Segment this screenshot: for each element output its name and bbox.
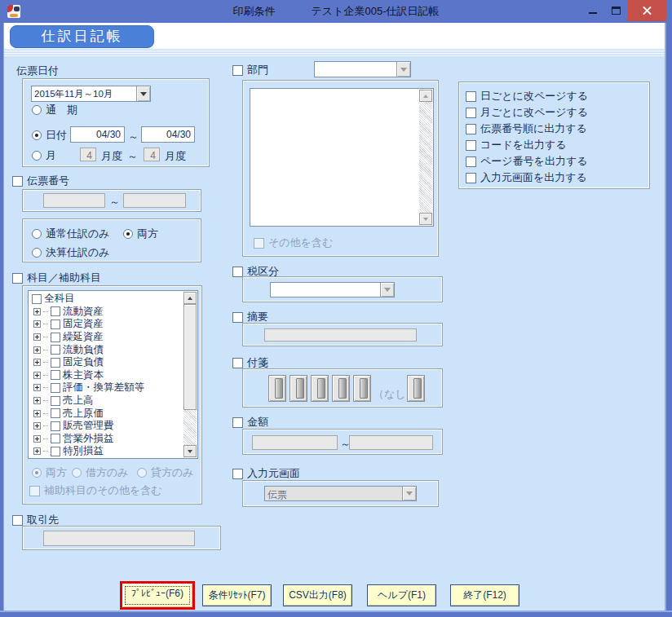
tree-expand-icon[interactable]	[33, 397, 41, 404]
tax-class-checkbox[interactable]	[232, 267, 243, 277]
slip-number-tilde: ～	[109, 195, 120, 209]
tree-item-checkbox[interactable]	[51, 434, 60, 443]
close-button[interactable]	[627, 0, 666, 21]
radio-month[interactable]	[32, 151, 42, 161]
tree-connector	[43, 375, 48, 376]
chevron-down-icon	[400, 68, 407, 72]
tag-group: （なし）	[242, 368, 443, 408]
tree-expand-icon[interactable]	[33, 346, 41, 354]
accounts-checkbox[interactable]	[12, 273, 23, 284]
tree-expand-icon[interactable]	[33, 384, 41, 391]
partner-checkbox[interactable]	[12, 515, 23, 526]
fiscal-period-combobox[interactable]: 2015年11月～10月	[31, 86, 151, 102]
tree-item-label: 売上高	[63, 394, 94, 408]
include-sub-other-label: 補助科目のその他を含む	[44, 483, 162, 498]
radio-closing-journal-only[interactable]	[32, 248, 42, 258]
scroll-track	[419, 102, 432, 213]
tree-item[interactable]: 流動負債	[29, 343, 183, 356]
month-tilde: ～	[127, 149, 138, 164]
date-tilde: ～	[128, 130, 139, 144]
tag-icon	[338, 378, 347, 399]
scroll-thumb[interactable]	[183, 304, 197, 410]
output-option-label: コードを出力する	[480, 138, 567, 152]
tree-item-label: 固定資産	[63, 317, 104, 331]
tree-item-checkbox[interactable]	[51, 306, 60, 316]
tree-item-checkbox[interactable]	[32, 294, 42, 304]
tree-expand-icon[interactable]	[33, 333, 41, 341]
accounts-tree-scrollbar[interactable]	[183, 292, 197, 457]
output-option-checkbox[interactable]	[466, 108, 476, 118]
accounts-tree[interactable]: 全科目 流動資産 固定資産 繰延資産	[28, 290, 198, 459]
tag-icon	[275, 378, 283, 399]
date-to-field[interactable]: 04/30	[141, 126, 195, 143]
scroll-up-button[interactable]	[183, 292, 197, 304]
tree-item[interactable]: 特別損益	[29, 445, 183, 457]
include-sub-other-checkbox	[29, 486, 40, 496]
tree-item-checkbox[interactable]	[51, 396, 60, 406]
tree-item[interactable]: 売上原価	[29, 407, 183, 420]
radio-closing-journal-label: 決算仕訳のみ	[46, 245, 110, 260]
tree-expand-icon[interactable]	[33, 422, 41, 430]
tree-expand-icon[interactable]	[33, 410, 41, 417]
output-option-label: ページ番号を出力する	[480, 154, 588, 169]
reset-conditions-button[interactable]: 条件ﾘｾｯﾄ(F7)	[202, 584, 272, 606]
chevron-down-icon	[384, 288, 391, 292]
tree-item-checkbox[interactable]	[51, 333, 60, 342]
slip-number-group: ～	[22, 189, 201, 212]
output-option-checkbox[interactable]	[466, 140, 476, 151]
tree-item-checkbox[interactable]	[51, 421, 60, 431]
date-from-field[interactable]: 04/30	[70, 126, 125, 143]
tree-item-checkbox[interactable]	[51, 370, 60, 380]
slip-number-checkbox[interactable]	[12, 176, 23, 187]
radio-both-journal[interactable]	[123, 229, 133, 239]
tree-item-checkbox[interactable]	[51, 408, 60, 418]
maximize-button[interactable]	[604, 0, 627, 21]
tree-item-checkbox[interactable]	[51, 383, 60, 393]
tag-checkbox[interactable]	[232, 358, 243, 368]
output-option-checkbox[interactable]	[466, 124, 476, 134]
tree-connector	[43, 451, 48, 452]
summary-checkbox[interactable]	[232, 312, 243, 323]
scroll-down-button[interactable]	[183, 445, 197, 457]
tree-item-checkbox[interactable]	[51, 447, 60, 456]
tree-item[interactable]: 固定負債	[29, 356, 183, 369]
radio-date[interactable]	[32, 130, 42, 140]
tag-icon	[413, 378, 422, 399]
output-option-label: 月ごとに改ページする	[480, 105, 588, 120]
tree-expand-icon[interactable]	[33, 359, 41, 366]
accounts-label: 科目／補助科目	[27, 271, 101, 285]
tree-item[interactable]: 繰延資産	[29, 331, 183, 344]
tree-item[interactable]: 営業外損益	[29, 433, 183, 446]
output-option-checkbox[interactable]	[466, 91, 476, 102]
output-option-checkbox[interactable]	[466, 156, 476, 167]
tree-item[interactable]: 全科目	[29, 293, 183, 306]
output-option-checkbox[interactable]	[466, 173, 476, 183]
tax-class-combobox	[270, 282, 395, 297]
fiscal-period-dropdown-button[interactable]	[136, 86, 150, 101]
input-source-checkbox[interactable]	[232, 469, 243, 479]
tree-item-checkbox[interactable]	[51, 345, 60, 355]
tree-item[interactable]: 流動資産	[29, 306, 183, 319]
preview-button[interactable]: ﾌﾟﾚﾋﾞｭｰ(F6)	[122, 584, 192, 607]
csv-export-button[interactable]: CSV出力(F8)	[283, 584, 352, 606]
tree-item-checkbox[interactable]	[51, 320, 60, 329]
tree-item-checkbox[interactable]	[51, 358, 60, 368]
tree-expand-icon[interactable]	[33, 435, 41, 443]
radio-normal-journal-only[interactable]	[32, 229, 42, 239]
tree-item[interactable]: 売上高	[29, 394, 183, 408]
arrow-up-icon	[188, 297, 192, 300]
tree-expand-icon[interactable]	[33, 372, 41, 379]
tree-expand-icon[interactable]	[33, 308, 41, 315]
amount-checkbox[interactable]	[232, 417, 243, 428]
radio-full-period[interactable]	[32, 105, 42, 115]
minimize-button[interactable]	[581, 0, 604, 21]
department-checkbox[interactable]	[232, 65, 243, 76]
tree-expand-icon[interactable]	[33, 320, 41, 328]
tree-item[interactable]: 評価・換算差額等	[29, 381, 183, 394]
tree-item[interactable]: 株主資本	[29, 369, 183, 382]
tree-item[interactable]: 固定資産	[29, 318, 183, 331]
tree-expand-icon[interactable]	[33, 447, 41, 455]
exit-button[interactable]: 終了(F12)	[450, 584, 519, 606]
help-button[interactable]: ヘルプ(F1)	[367, 584, 436, 606]
tree-item[interactable]: 販売管理費	[29, 420, 183, 433]
